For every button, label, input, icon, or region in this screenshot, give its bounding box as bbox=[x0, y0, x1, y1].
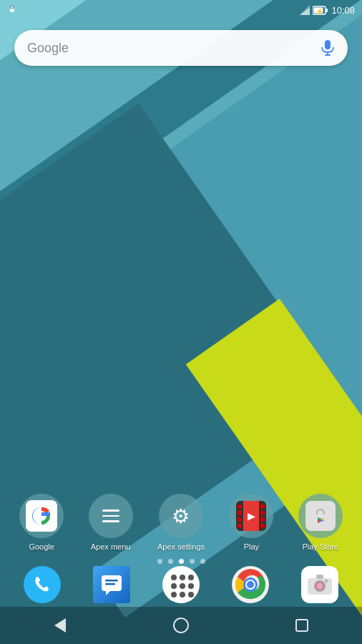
app-apex-settings-label: Apex settings bbox=[157, 542, 205, 551]
apex-settings-icon-wrap: ⚙ bbox=[159, 494, 203, 538]
app-play[interactable]: ▶ Play bbox=[229, 494, 273, 551]
svg-rect-5 bbox=[326, 9, 328, 12]
app-google[interactable]: Google bbox=[19, 494, 64, 551]
dock-messages[interactable] bbox=[89, 562, 134, 607]
nav-recents-button[interactable] bbox=[288, 611, 316, 640]
app-play-store[interactable]: Play Store bbox=[298, 494, 343, 551]
svg-point-30 bbox=[325, 580, 328, 582]
search-bar[interactable]: Google bbox=[14, 30, 348, 66]
app-apex-menu-label: Apex menu bbox=[91, 542, 131, 551]
svg-rect-8 bbox=[325, 40, 331, 49]
google-icon bbox=[26, 500, 57, 532]
camera-icon bbox=[301, 566, 338, 603]
play-store-icon bbox=[305, 501, 336, 531]
app-apex-settings[interactable]: ⚙ Apex settings bbox=[157, 494, 205, 551]
play-icon: ▶ bbox=[236, 501, 266, 531]
svg-point-32 bbox=[318, 584, 322, 588]
svg-rect-27 bbox=[316, 575, 323, 579]
svg-rect-12 bbox=[41, 512, 50, 516]
recents-icon bbox=[295, 619, 308, 632]
battery-icon: ⚡ bbox=[313, 6, 328, 15]
play-store-icon-wrap bbox=[298, 494, 343, 538]
apex-menu-icon-wrap bbox=[89, 494, 133, 538]
mic-icon[interactable] bbox=[321, 41, 335, 55]
play-icon-wrap: ▶ bbox=[229, 494, 273, 538]
dock-app-drawer[interactable] bbox=[159, 562, 203, 607]
app-play-store-label: Play Store bbox=[302, 542, 338, 551]
app-play-label: Play bbox=[244, 542, 259, 551]
back-icon bbox=[54, 618, 66, 633]
dock-chrome[interactable] bbox=[228, 562, 273, 607]
app-drawer-icon bbox=[162, 566, 200, 603]
nav-home-button[interactable] bbox=[167, 611, 195, 640]
status-bar: ⚡ 10:08 bbox=[0, 0, 362, 20]
app-apex-menu[interactable]: Apex menu bbox=[89, 494, 133, 551]
dock-phone[interactable] bbox=[20, 562, 64, 607]
svg-rect-20 bbox=[105, 580, 118, 582]
svg-rect-21 bbox=[105, 583, 115, 585]
app-google-label: Google bbox=[29, 542, 54, 551]
app-row: Google Apex menu ⚙ Apex settings bbox=[0, 494, 362, 551]
dock-camera[interactable] bbox=[298, 562, 342, 607]
nav-bar bbox=[0, 607, 362, 644]
status-time: 10:08 bbox=[331, 5, 355, 16]
dock bbox=[0, 562, 362, 607]
signal-icon bbox=[300, 5, 310, 15]
home-icon bbox=[173, 618, 189, 633]
phone-icon bbox=[24, 566, 61, 603]
google-icon-wrap bbox=[19, 494, 64, 538]
nav-back-button[interactable] bbox=[46, 611, 74, 640]
chrome-icon bbox=[232, 566, 269, 603]
svg-point-25 bbox=[247, 581, 254, 588]
search-placeholder: Google bbox=[27, 41, 321, 56]
apex-menu-icon bbox=[102, 509, 119, 522]
gear-icon: ⚙ bbox=[172, 504, 190, 528]
notification-icon bbox=[7, 5, 17, 15]
messages-icon bbox=[93, 566, 130, 603]
svg-marker-19 bbox=[106, 591, 110, 595]
svg-text:⚡: ⚡ bbox=[315, 7, 324, 15]
svg-point-1 bbox=[11, 6, 14, 9]
